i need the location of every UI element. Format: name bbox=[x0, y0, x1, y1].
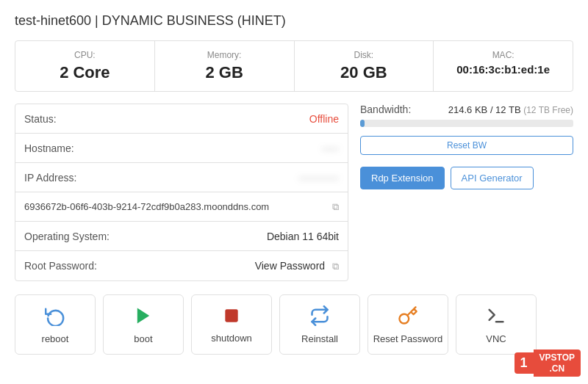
spec-card-2: Disk: 20 GB bbox=[295, 41, 434, 91]
spec-label-1: Memory: bbox=[162, 50, 287, 60]
action-btn-reinstall[interactable]: Reinstall bbox=[279, 294, 360, 355]
info-value-0: Offline bbox=[120, 113, 339, 125]
info-key-4: Operating System: bbox=[24, 231, 120, 242]
info-row-undefined: Operating System: Debian 11 64bit bbox=[15, 222, 348, 251]
action-btn-shutdown[interactable]: shutdown bbox=[191, 294, 272, 355]
info-value-4: Debian 11 64bit bbox=[120, 231, 339, 242]
info-row-undefined: Status: Offline bbox=[15, 104, 348, 134]
info-row-undefined: Hostname: ······ bbox=[15, 134, 348, 163]
bandwidth-progress-fill bbox=[360, 120, 365, 127]
watermark: 1 VPSTOP.CN bbox=[514, 349, 581, 377]
reset-password-icon bbox=[398, 305, 418, 329]
info-key-2: IP Address: bbox=[24, 172, 120, 184]
spec-label-3: MAC: bbox=[441, 50, 565, 60]
svg-marker-0 bbox=[137, 308, 149, 323]
info-value-5: View Password ⧉ bbox=[120, 260, 339, 272]
info-value-blurred-1: ······ bbox=[120, 142, 339, 154]
watermark-num: 1 bbox=[514, 352, 534, 374]
shutdown-label: shutdown bbox=[211, 333, 252, 344]
boot-label: boot bbox=[134, 333, 152, 344]
info-table: Status: Offline Hostname: ······ IP Addr… bbox=[15, 104, 348, 281]
dns-text: 6936672b-06f6-403b-9214-72cdf9b0a283.moo… bbox=[24, 201, 269, 212]
info-key-1: Hostname: bbox=[24, 142, 120, 154]
rdp-extension-button[interactable]: Rdp Extension bbox=[360, 167, 445, 189]
spec-card-1: Memory: 2 GB bbox=[155, 41, 295, 91]
action-btn-reset-password[interactable]: Reset Password bbox=[368, 294, 448, 355]
info-key-5: Root Password: bbox=[24, 260, 120, 272]
action-btn-reboot[interactable]: reboot bbox=[15, 294, 96, 355]
spec-label-0: CPU: bbox=[23, 50, 147, 60]
info-key-0: Status: bbox=[24, 113, 120, 125]
reboot-label: reboot bbox=[42, 333, 69, 344]
info-row-undefined: Root Password: View Password ⧉ bbox=[15, 251, 348, 280]
spec-value-2: 20 GB bbox=[302, 63, 426, 82]
api-generator-button[interactable]: API Generator bbox=[451, 167, 534, 189]
spec-value-3: 00:16:3c:b1:ed:1e bbox=[441, 63, 565, 76]
bandwidth-label: Bandwidth: bbox=[360, 104, 411, 115]
vnc-icon bbox=[486, 305, 506, 329]
spec-value-1: 2 GB bbox=[162, 63, 287, 82]
spec-label-2: Disk: bbox=[302, 50, 426, 60]
spec-card-3: MAC: 00:16:3c:b1:ed:1e bbox=[434, 41, 573, 91]
reinstall-icon bbox=[309, 305, 330, 329]
bandwidth-section: Bandwidth: 214.6 KB / 12 TB (12 TB Free)… bbox=[360, 104, 573, 189]
action-btn-vnc[interactable]: VNC bbox=[456, 294, 537, 355]
reset-bw-button[interactable]: Reset BW bbox=[360, 136, 573, 155]
reset-password-label: Reset Password bbox=[373, 333, 443, 344]
spec-card-0: CPU: 2 Core bbox=[15, 41, 155, 91]
page-title: test-hinet600 | DYNAMIC BUSINESS (HINET) bbox=[15, 13, 573, 29]
bandwidth-progress-bg bbox=[360, 120, 573, 127]
action-row: reboot boot shutdown Reinstall Reset Pas… bbox=[15, 294, 573, 355]
shutdown-icon bbox=[222, 306, 241, 328]
vnc-label: VNC bbox=[486, 333, 506, 344]
copy-dns-icon[interactable]: ⧉ bbox=[332, 201, 339, 213]
info-row-undefined: 6936672b-06f6-403b-9214-72cdf9b0a283.moo… bbox=[15, 192, 348, 222]
svg-rect-1 bbox=[225, 309, 237, 322]
info-row-undefined: IP Address: ·············· bbox=[15, 163, 348, 192]
reboot-icon bbox=[45, 305, 65, 329]
info-value-blurred-2: ·············· bbox=[120, 172, 339, 184]
boot-icon bbox=[133, 305, 154, 329]
action-btn-boot[interactable]: boot bbox=[103, 294, 184, 355]
spec-value-0: 2 Core bbox=[23, 63, 147, 82]
copy-pw-icon[interactable]: ⧉ bbox=[332, 261, 339, 272]
bandwidth-value: 214.6 KB / 12 TB (12 TB Free) bbox=[448, 104, 573, 115]
reinstall-label: Reinstall bbox=[301, 333, 338, 344]
spec-row: CPU: 2 Core Memory: 2 GB Disk: 20 GB MAC… bbox=[15, 40, 573, 92]
watermark-text: VPSTOP.CN bbox=[534, 349, 581, 377]
